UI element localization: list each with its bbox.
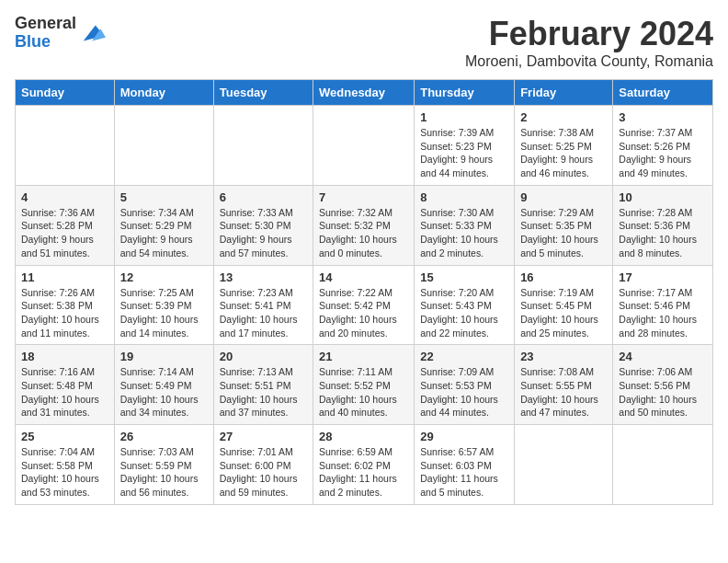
header-tuesday: Tuesday [213, 80, 313, 106]
calendar-cell: 16Sunrise: 7:19 AM Sunset: 5:45 PM Dayli… [515, 265, 613, 345]
day-number: 6 [220, 190, 307, 204]
day-info: Sunrise: 7:23 AM Sunset: 5:41 PM Dayligh… [220, 286, 307, 340]
day-number: 23 [520, 350, 607, 363]
day-number: 14 [319, 270, 408, 284]
calendar-cell: 5Sunrise: 7:34 AM Sunset: 5:29 PM Daylig… [114, 185, 213, 265]
calendar-cell: 24Sunrise: 7:06 AM Sunset: 5:56 PM Dayli… [613, 345, 713, 425]
day-info: Sunrise: 7:14 AM Sunset: 5:49 PM Dayligh… [120, 365, 208, 419]
header-monday: Monday [114, 80, 213, 106]
day-info: Sunrise: 7:29 AM Sunset: 5:35 PM Dayligh… [520, 206, 607, 260]
day-number: 19 [120, 350, 208, 363]
logo-blue: Blue [15, 33, 76, 52]
day-info: Sunrise: 6:59 AM Sunset: 6:02 PM Dayligh… [319, 445, 408, 500]
day-info: Sunrise: 7:30 AM Sunset: 5:33 PM Dayligh… [420, 206, 508, 260]
calendar-cell [313, 106, 415, 186]
calendar-cell: 11Sunrise: 7:26 AM Sunset: 5:38 PM Dayli… [16, 265, 115, 345]
calendar-cell: 21Sunrise: 7:11 AM Sunset: 5:52 PM Dayli… [313, 345, 415, 425]
day-info: Sunrise: 7:34 AM Sunset: 5:29 PM Dayligh… [120, 206, 208, 260]
day-number: 17 [619, 270, 707, 284]
main-title: February 2024 [465, 15, 713, 53]
day-info: Sunrise: 7:01 AM Sunset: 6:00 PM Dayligh… [220, 445, 307, 500]
header-wednesday: Wednesday [313, 80, 415, 106]
day-number: 7 [319, 190, 408, 204]
calendar-cell: 2Sunrise: 7:38 AM Sunset: 5:25 PM Daylig… [515, 106, 613, 186]
calendar-cell: 7Sunrise: 7:32 AM Sunset: 5:32 PM Daylig… [313, 185, 415, 265]
day-number: 10 [619, 190, 707, 204]
day-number: 16 [520, 270, 607, 284]
header-saturday: Saturday [613, 80, 713, 106]
day-info: Sunrise: 7:26 AM Sunset: 5:38 PM Dayligh… [21, 286, 108, 340]
calendar-cell [16, 106, 115, 186]
day-number: 21 [319, 350, 408, 363]
title-block: February 2024 Moroeni, Dambovita County,… [465, 15, 713, 70]
day-info: Sunrise: 7:37 AM Sunset: 5:26 PM Dayligh… [619, 126, 707, 180]
day-number: 4 [21, 190, 108, 204]
sub-title: Moroeni, Dambovita County, Romania [465, 53, 713, 70]
calendar-cell: 3Sunrise: 7:37 AM Sunset: 5:26 PM Daylig… [613, 106, 713, 186]
calendar-week-1: 4Sunrise: 7:36 AM Sunset: 5:28 PM Daylig… [16, 185, 713, 265]
day-number: 3 [619, 110, 707, 124]
day-number: 15 [420, 270, 508, 284]
calendar-cell: 6Sunrise: 7:33 AM Sunset: 5:30 PM Daylig… [213, 185, 313, 265]
calendar-cell [515, 425, 613, 505]
day-info: Sunrise: 7:16 AM Sunset: 5:48 PM Dayligh… [21, 365, 108, 419]
calendar-cell: 17Sunrise: 7:17 AM Sunset: 5:46 PM Dayli… [613, 265, 713, 345]
calendar-cell: 23Sunrise: 7:08 AM Sunset: 5:55 PM Dayli… [515, 345, 613, 425]
day-info: Sunrise: 7:33 AM Sunset: 5:30 PM Dayligh… [220, 206, 307, 260]
logo-icon [80, 20, 106, 46]
day-number: 27 [220, 430, 307, 443]
calendar-header-row: SundayMondayTuesdayWednesdayThursdayFrid… [16, 80, 713, 106]
calendar-cell: 15Sunrise: 7:20 AM Sunset: 5:43 PM Dayli… [415, 265, 515, 345]
day-info: Sunrise: 7:22 AM Sunset: 5:42 PM Dayligh… [319, 286, 408, 340]
day-info: Sunrise: 7:13 AM Sunset: 5:51 PM Dayligh… [220, 365, 307, 419]
day-info: Sunrise: 7:39 AM Sunset: 5:23 PM Dayligh… [420, 126, 508, 180]
calendar-cell: 22Sunrise: 7:09 AM Sunset: 5:53 PM Dayli… [415, 345, 515, 425]
day-number: 26 [120, 430, 208, 443]
day-info: Sunrise: 7:38 AM Sunset: 5:25 PM Dayligh… [520, 126, 607, 180]
day-info: Sunrise: 7:11 AM Sunset: 5:52 PM Dayligh… [319, 365, 408, 419]
day-number: 28 [319, 430, 408, 443]
day-number: 24 [619, 350, 707, 363]
calendar-week-0: 1Sunrise: 7:39 AM Sunset: 5:23 PM Daylig… [16, 106, 713, 186]
calendar-week-3: 18Sunrise: 7:16 AM Sunset: 5:48 PM Dayli… [16, 345, 713, 425]
header-sunday: Sunday [16, 80, 115, 106]
calendar-cell [613, 425, 713, 505]
calendar-cell: 1Sunrise: 7:39 AM Sunset: 5:23 PM Daylig… [415, 106, 515, 186]
day-number: 20 [220, 350, 307, 363]
calendar-cell: 20Sunrise: 7:13 AM Sunset: 5:51 PM Dayli… [213, 345, 313, 425]
calendar-table: SundayMondayTuesdayWednesdayThursdayFrid… [15, 79, 713, 505]
day-info: Sunrise: 7:09 AM Sunset: 5:53 PM Dayligh… [420, 365, 508, 419]
calendar-cell: 28Sunrise: 6:59 AM Sunset: 6:02 PM Dayli… [313, 425, 415, 505]
day-number: 1 [420, 110, 508, 124]
day-info: Sunrise: 7:36 AM Sunset: 5:28 PM Dayligh… [21, 206, 108, 260]
header-friday: Friday [515, 80, 613, 106]
calendar-week-4: 25Sunrise: 7:04 AM Sunset: 5:58 PM Dayli… [16, 425, 713, 505]
calendar-cell: 13Sunrise: 7:23 AM Sunset: 5:41 PM Dayli… [213, 265, 313, 345]
day-number: 25 [21, 430, 108, 443]
day-info: Sunrise: 7:20 AM Sunset: 5:43 PM Dayligh… [420, 286, 508, 340]
day-info: Sunrise: 7:06 AM Sunset: 5:56 PM Dayligh… [619, 365, 707, 419]
calendar-cell: 26Sunrise: 7:03 AM Sunset: 5:59 PM Dayli… [114, 425, 213, 505]
day-number: 22 [420, 350, 508, 363]
logo-general: General [15, 15, 76, 33]
calendar-cell: 12Sunrise: 7:25 AM Sunset: 5:39 PM Dayli… [114, 265, 213, 345]
day-info: Sunrise: 7:32 AM Sunset: 5:32 PM Dayligh… [319, 206, 408, 260]
day-number: 9 [520, 190, 607, 204]
day-number: 13 [220, 270, 307, 284]
calendar-cell: 14Sunrise: 7:22 AM Sunset: 5:42 PM Dayli… [313, 265, 415, 345]
day-info: Sunrise: 7:28 AM Sunset: 5:36 PM Dayligh… [619, 206, 707, 260]
day-info: Sunrise: 7:08 AM Sunset: 5:55 PM Dayligh… [520, 365, 607, 419]
day-info: Sunrise: 7:25 AM Sunset: 5:39 PM Dayligh… [120, 286, 208, 340]
calendar-week-2: 11Sunrise: 7:26 AM Sunset: 5:38 PM Dayli… [16, 265, 713, 345]
calendar-cell: 8Sunrise: 7:30 AM Sunset: 5:33 PM Daylig… [415, 185, 515, 265]
calendar-cell: 9Sunrise: 7:29 AM Sunset: 5:35 PM Daylig… [515, 185, 613, 265]
page-header: General Blue February 2024 Moroeni, Damb… [15, 15, 713, 70]
calendar-cell: 4Sunrise: 7:36 AM Sunset: 5:28 PM Daylig… [16, 185, 115, 265]
day-number: 2 [520, 110, 607, 124]
day-number: 29 [420, 430, 508, 443]
calendar-cell [213, 106, 313, 186]
day-number: 8 [420, 190, 508, 204]
calendar-cell: 29Sunrise: 6:57 AM Sunset: 6:03 PM Dayli… [415, 425, 515, 505]
day-number: 12 [120, 270, 208, 284]
calendar-cell: 27Sunrise: 7:01 AM Sunset: 6:00 PM Dayli… [213, 425, 313, 505]
